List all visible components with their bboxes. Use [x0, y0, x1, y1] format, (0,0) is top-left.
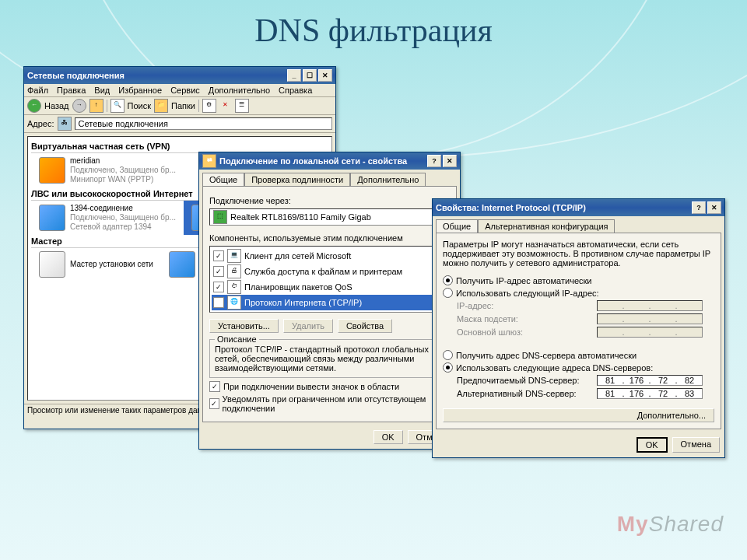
install-button[interactable]: Установить... [209, 319, 279, 333]
menu-service[interactable]: Сервис [170, 86, 200, 95]
win2-title: Подключение по локальной сети - свойства [219, 156, 426, 166]
qos-icon: ⏱ [227, 280, 241, 294]
checkbox[interactable] [213, 266, 224, 277]
desc-title: Описание [215, 334, 259, 344]
connect-via-label: Подключение через: [209, 196, 450, 205]
tool-icon[interactable]: ⚙ [202, 99, 216, 113]
vpn-icon [39, 157, 65, 184]
lan-props-window: ⇄ Подключение по локальной сети - свойст… [198, 152, 461, 450]
radio[interactable] [443, 288, 453, 298]
win1-toolbar: ← Назад → ↑ 🔍 Поиск 📁 Папки ⚙ ✕ ☰ [24, 97, 335, 115]
back-icon[interactable]: ← [27, 99, 41, 113]
checkbox[interactable] [213, 250, 224, 261]
delete-icon[interactable]: ✕ [219, 100, 232, 112]
lan-icon [39, 205, 65, 231]
radio[interactable] [443, 275, 453, 285]
menu-fav[interactable]: Избранное [118, 86, 162, 95]
lan-icon: ⇄ [202, 154, 216, 168]
tab-altconfig[interactable]: Альтернативная конфигурация [478, 219, 615, 233]
item-setup-wizard[interactable]: Мастер установки сети [31, 248, 161, 281]
comp-qos[interactable]: ⏱Планировщик пакетов QoS [212, 279, 447, 295]
netconn-icon: 🖧 [58, 117, 72, 131]
folders-icon[interactable]: 📁 [154, 99, 168, 113]
client-icon: 💻 [227, 249, 241, 263]
tcpip-props-window: Свойства: Internet Protocol (TCP/IP) ? ✕… [432, 198, 725, 458]
house-icon [39, 251, 65, 278]
tcpip-icon: 🌐 [227, 296, 241, 310]
slide-title: DNS фильтрация [0, 12, 747, 49]
checkbox[interactable] [213, 297, 224, 308]
radio[interactable] [443, 362, 453, 373]
win2-tabs: Общие Проверка подлинности Дополнительно [202, 173, 457, 186]
checkbox[interactable] [213, 282, 224, 292]
menu-help[interactable]: Справка [279, 86, 312, 95]
ip-auto-row[interactable]: Получить IP-адрес автоматически [443, 275, 714, 285]
ok-button[interactable]: OK [637, 437, 668, 453]
up-icon[interactable]: ↑ [89, 99, 103, 113]
comp-tcpip[interactable]: 🌐Протокол Интернета (TCP/IP) [212, 295, 447, 310]
addr-label: Адрес: [27, 119, 54, 128]
close-button[interactable]: ✕ [707, 201, 721, 214]
cancel-button[interactable]: Отмена [672, 437, 720, 453]
win3-titlebar[interactable]: Свойства: Internet Protocol (TCP/IP) ? ✕ [433, 199, 724, 216]
win1-titlebar[interactable]: Сетевые подключения _ ☐ ✕ [24, 67, 335, 84]
win3-content: Параметры IP могут назначаться автоматич… [436, 233, 721, 429]
fwd-icon[interactable]: → [72, 99, 86, 113]
win3-title: Свойства: Internet Protocol (TCP/IP) [436, 203, 690, 212]
radio[interactable] [443, 350, 453, 360]
components-list[interactable]: 💻Клиент для сетей Microsoft 🖨Служба дост… [209, 246, 450, 313]
tab-general[interactable]: Общие [436, 219, 478, 233]
dns-auto-row[interactable]: Получить адрес DNS-сервера автоматически [443, 350, 714, 360]
menu-edit[interactable]: Правка [57, 86, 86, 95]
comp-client[interactable]: 💻Клиент для сетей Microsoft [212, 248, 447, 264]
dns1-field[interactable]: 81.176.72.82 [597, 375, 703, 386]
menu-file[interactable]: Файл [27, 86, 48, 95]
menu-view[interactable]: Вид [94, 86, 110, 95]
address-field[interactable]: Сетевые подключения [75, 117, 332, 130]
mask-row: Маска подсети:... [457, 313, 714, 324]
back-label[interactable]: Назад [44, 101, 69, 110]
show-icon-row[interactable]: При подключении вывести значок в области [209, 381, 450, 392]
gw-field: ... [597, 327, 703, 338]
maximize-button[interactable]: ☐ [303, 69, 317, 82]
share-icon: 🖨 [227, 264, 241, 278]
prop-icon[interactable]: ☰ [235, 99, 249, 113]
remove-button: Удалить [283, 319, 333, 333]
search-icon[interactable]: 🔍 [110, 99, 124, 113]
win1-addressbar: Адрес: 🖧 Сетевые подключения [24, 115, 335, 133]
close-button[interactable]: ✕ [443, 155, 457, 167]
item-1394[interactable]: 1394-соединениеПодключено, Защищено бр..… [31, 201, 184, 235]
checkbox[interactable] [209, 381, 220, 392]
advanced-button[interactable]: Дополнительно... [443, 408, 714, 422]
menu-addl[interactable]: Дополнительно [209, 86, 270, 95]
tab-advanced[interactable]: Дополнительно [350, 173, 426, 186]
ok-button[interactable]: OK [374, 430, 403, 444]
gw-row: Основной шлюз:... [457, 327, 714, 338]
dns2-field[interactable]: 81.176.72.83 [597, 388, 703, 399]
close-button[interactable]: ✕ [318, 69, 332, 82]
intro-text: Параметры IP могут назначаться автоматич… [443, 240, 714, 268]
help-button[interactable]: ? [692, 201, 706, 214]
notify-row[interactable]: Уведомлять при ограниченном или отсутств… [209, 394, 450, 413]
help-button[interactable]: ? [427, 155, 441, 167]
description-group: Описание Протокол TCP/IP - стандартный п… [209, 339, 450, 378]
dns1-row: Предпочитаемый DNS-сервер: 81.176.72.82 [457, 375, 714, 386]
mask-field: ... [597, 313, 703, 324]
search-label[interactable]: Поиск [128, 101, 151, 110]
tab-general[interactable]: Общие [202, 173, 244, 186]
nic-icon: ⬚ [213, 210, 227, 224]
properties-button[interactable]: Свойства [338, 319, 392, 333]
ip-row: IP-адрес:... [457, 300, 714, 311]
ip-field: ... [597, 300, 703, 311]
comps-label: Компоненты, используемые этим подключени… [209, 233, 450, 243]
win2-titlebar[interactable]: ⇄ Подключение по локальной сети - свойст… [199, 152, 460, 170]
desc-text: Протокол TCP/IP - стандартный протокол г… [215, 345, 444, 373]
win3-tabs: Общие Альтернативная конфигурация [436, 219, 721, 233]
folders-label[interactable]: Папки [171, 101, 195, 110]
ip-manual-row[interactable]: Использовать следующий IP-адрес: [443, 288, 714, 298]
dns-manual-row[interactable]: Использовать следующие адреса DNS-сервер… [443, 362, 714, 373]
minimize-button[interactable]: _ [287, 69, 301, 82]
checkbox[interactable] [209, 398, 219, 409]
comp-fileshare[interactable]: 🖨Служба доступа к файлам и принтерам [212, 264, 447, 279]
tab-auth[interactable]: Проверка подлинности [244, 173, 350, 186]
